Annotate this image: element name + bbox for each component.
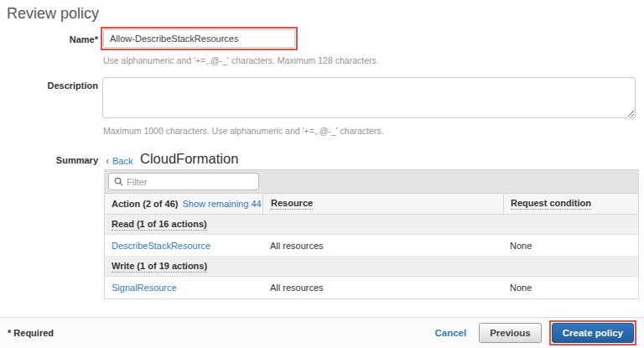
name-field-highlight [101,27,298,50]
filter-search-box[interactable] [108,173,259,190]
resource-cell: All resources [262,235,503,256]
description-label: Description [0,81,98,91]
description-help-text: Maximum 1000 characters. Use alphanumeri… [103,126,383,136]
action-link-signal-resource[interactable]: SignalResource [112,283,177,293]
filter-bar [105,170,638,194]
action-count-label: Action (2 of 46) [112,199,178,209]
request-condition-header-label: Request condition [511,198,591,210]
resource-header-label: Resource [271,198,313,210]
service-name-heading: CloudFormation [140,151,238,167]
table-row: DescribeStackResource All resources None [105,235,638,257]
name-label: Name* [0,34,98,44]
request-condition-cell: None [503,235,638,256]
cancel-link[interactable]: Cancel [434,328,466,338]
resource-cell: All resources [262,277,503,299]
name-help-text: Use alphanumeric and '+=,.@-_' character… [103,55,379,65]
request-condition-cell: None [503,277,638,299]
previous-button[interactable]: Previous [479,323,542,343]
column-header-resource: Resource [262,194,503,214]
filter-input[interactable] [127,177,253,187]
back-link-label: Back [112,156,132,166]
summary-label: Summary [0,155,98,165]
group-row-read: Read (1 of 16 actions) [105,215,638,235]
action-link-describe-stack-resource[interactable]: DescribeStackResource [112,241,210,251]
description-textarea[interactable] [102,77,636,118]
create-policy-highlight: Create policy [549,320,636,345]
show-remaining-link[interactable]: Show remaining 44 [182,199,261,209]
chevron-left-icon: ‹ [106,155,109,167]
action-cell: SignalResource [105,277,262,299]
required-note: * Required [8,328,54,338]
review-policy-page: Review policy Name* Use alphanumeric and… [0,0,644,348]
column-header-action: Action (2 of 46) Show remaining 44 [105,194,262,214]
write-group-label: Write (1 of 19 actions) [112,261,207,273]
policy-summary-panel: Action (2 of 46) Show remaining 44 Resou… [104,169,639,299]
page-title: Review policy [7,5,99,23]
footer-actions: Cancel Previous Create policy [434,320,636,345]
column-header-request-condition: Request condition [503,194,638,214]
footer-bar: * Required Cancel Previous Create policy [0,317,644,348]
create-policy-button[interactable]: Create policy [552,323,634,343]
read-group-label: Read (1 of 16 actions) [112,219,207,231]
policy-name-input[interactable] [103,29,295,48]
search-icon [114,177,123,186]
action-cell: DescribeStackResource [105,235,262,256]
table-row: SignalResource All resources None [105,277,638,299]
back-link[interactable]: ‹Back [106,155,132,167]
table-header-row: Action (2 of 46) Show remaining 44 Resou… [105,194,638,215]
group-row-write: Write (1 of 19 actions) [105,257,638,277]
